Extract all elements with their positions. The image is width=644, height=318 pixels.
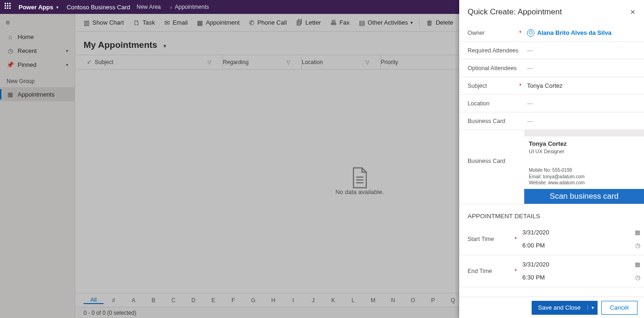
separator — [419, 18, 420, 27]
cmd-other-activities[interactable]: ▤Other Activities▾ — [354, 14, 418, 31]
clock-icon[interactable]: ◷ — [635, 274, 640, 281]
end-time-input[interactable]: 6:30 PM◷ — [520, 271, 640, 284]
check-icon[interactable]: ✓ — [84, 59, 95, 65]
filter-icon[interactable]: ▽ — [286, 59, 290, 65]
alpha-letter[interactable]: C — [163, 297, 183, 304]
alpha-letter[interactable]: O — [403, 297, 423, 304]
alpha-letter[interactable]: M — [363, 297, 383, 304]
required-marker: * — [514, 268, 517, 274]
cancel-button[interactable]: Cancel — [601, 301, 637, 315]
field-required-attendees[interactable]: Required Attendees --- — [459, 42, 644, 59]
alpha-letter[interactable]: B — [143, 297, 163, 304]
alpha-letter[interactable]: G — [243, 297, 263, 304]
alpha-letter[interactable]: L — [343, 297, 363, 304]
alpha-letter[interactable]: A — [124, 297, 143, 304]
nav-group-label: New Group — [0, 71, 75, 87]
home-icon: ⌂ — [7, 33, 14, 40]
alpha-letter[interactable]: F — [223, 297, 243, 304]
field-start-time[interactable]: Start Time* 3/31/2020▦ 6:00 PM◷ — [459, 223, 644, 255]
clock-icon[interactable]: ◷ — [635, 242, 640, 249]
chevron-down-icon[interactable]: ▾ — [163, 43, 166, 49]
card-website: Website: www.adatum.com — [529, 180, 639, 186]
card-mobile: Mobile No: 555-0199 — [529, 167, 639, 174]
panel-footer: Save and Close ▾ Cancel — [459, 297, 644, 318]
waffle-icon[interactable] — [5, 3, 13, 11]
breadcrumb-separator: › — [170, 4, 172, 11]
panel-header: Quick Create: Appointment ✕ — [459, 0, 644, 24]
nav-pinned-label: Pinned — [18, 61, 36, 68]
required-marker: * — [519, 30, 521, 36]
field-end-time[interactable]: End Time* 3/31/2020▦ 6:30 PM◷ — [459, 255, 644, 287]
nav-pinned[interactable]: 📌Pinned▾ — [0, 58, 75, 71]
filter-icon[interactable]: ▽ — [208, 59, 211, 65]
cmd-fax[interactable]: 🖶Fax — [325, 14, 354, 31]
col-subject[interactable]: ✓Subject▽ — [84, 55, 223, 69]
alpha-letter[interactable]: N — [383, 297, 403, 304]
cmd-phone-call[interactable]: ✆Phone Call — [244, 14, 292, 31]
trash-icon: 🗑 — [426, 19, 433, 26]
environment-name[interactable]: Contoso Business Card — [67, 4, 130, 11]
start-time-input[interactable]: 6:00 PM◷ — [520, 239, 640, 252]
alpha-letter[interactable]: J — [303, 297, 323, 304]
hamburger-icon[interactable]: ≡ — [0, 16, 75, 30]
alpha-letter[interactable]: K — [323, 297, 343, 304]
field-business-card-ref[interactable]: Business Card --- — [459, 112, 644, 130]
scan-business-card-button[interactable]: Scan business card — [524, 189, 644, 204]
field-optional-attendees[interactable]: Optional Attendees --- — [459, 59, 644, 77]
field-subject[interactable]: Subject* Tonya Cortez — [459, 77, 644, 95]
alpha-letter[interactable]: H — [263, 297, 283, 304]
panel-title: Quick Create: Appointment — [468, 7, 562, 17]
phone-icon: ✆ — [249, 19, 254, 26]
empty-state-text: No data available. — [335, 188, 384, 195]
cmd-letter[interactable]: 🗐Letter — [292, 14, 325, 31]
chevron-down-icon[interactable]: ▾ — [587, 305, 598, 310]
field-location[interactable]: Location --- — [459, 95, 644, 112]
alpha-letter[interactable]: P — [423, 297, 443, 304]
alpha-letter[interactable]: D — [183, 297, 203, 304]
alpha-letter[interactable]: E — [203, 297, 223, 304]
start-date-input[interactable]: 3/31/2020▦ — [520, 226, 640, 239]
close-icon[interactable]: ✕ — [630, 8, 636, 16]
chevron-down-icon: ▾ — [66, 62, 68, 67]
pin-icon: 📌 — [7, 61, 14, 68]
app-name[interactable]: Power Apps — [19, 4, 53, 11]
nav-recent-label: Recent — [18, 47, 37, 54]
col-priority[interactable]: Priority — [381, 55, 450, 69]
breadcrumb-area[interactable]: New Area — [137, 4, 161, 10]
alpha-hash[interactable]: # — [104, 297, 124, 304]
col-location[interactable]: Location▽ — [302, 55, 381, 69]
owner-value[interactable]: Alana Brito Alves da Silva — [524, 29, 640, 37]
cmd-show-chart[interactable]: ▥Show Chart — [79, 14, 129, 31]
filter-icon[interactable]: ▽ — [365, 59, 369, 65]
field-owner[interactable]: Owner* Alana Brito Alves da Silva — [459, 24, 644, 42]
view-title[interactable]: My Appointments — [84, 40, 157, 50]
fax-icon: 🖶 — [330, 19, 337, 26]
chevron-down-icon: ▾ — [66, 48, 68, 53]
cmd-appointment[interactable]: ▦Appointment — [192, 14, 244, 31]
save-and-close-button[interactable]: Save and Close ▾ — [532, 301, 598, 315]
activities-icon: ▤ — [359, 19, 365, 26]
nav-home[interactable]: ⌂Home — [0, 30, 75, 44]
email-icon: ✉ — [164, 19, 170, 26]
letter-icon: 🗐 — [296, 19, 303, 26]
cmd-email[interactable]: ✉Email — [160, 14, 193, 31]
calendar-icon[interactable]: ▦ — [635, 261, 640, 268]
nav-home-label: Home — [18, 33, 34, 40]
breadcrumb-entity[interactable]: Appointments — [175, 4, 209, 10]
col-regarding[interactable]: Regarding▽ — [223, 55, 302, 69]
business-card-preview: Tonya Cortez UI UX Designer Mobile No: 5… — [524, 130, 644, 204]
field-business-card-image: Business Card Tonya Cortez UI UX Designe… — [459, 130, 644, 204]
cmd-task[interactable]: 🗋Task — [129, 14, 160, 31]
calendar-icon[interactable]: ▦ — [635, 229, 640, 236]
card-email: Email: tonya@adatum.com — [529, 174, 639, 180]
cmd-delete[interactable]: 🗑Delete — [422, 14, 458, 31]
chevron-down-icon: ▾ — [410, 20, 413, 25]
chevron-down-icon[interactable]: ▾ — [56, 5, 59, 10]
alpha-letter[interactable]: I — [283, 297, 303, 304]
alpha-all[interactable]: All — [84, 297, 104, 304]
end-date-input[interactable]: 3/31/2020▦ — [520, 258, 640, 271]
nav-recent[interactable]: ◷Recent▾ — [0, 44, 75, 58]
nav-appointments[interactable]: ▦Appointments — [0, 87, 75, 101]
panel-body[interactable]: Owner* Alana Brito Alves da Silva Requir… — [459, 24, 644, 297]
calendar-icon: ▦ — [7, 91, 14, 98]
